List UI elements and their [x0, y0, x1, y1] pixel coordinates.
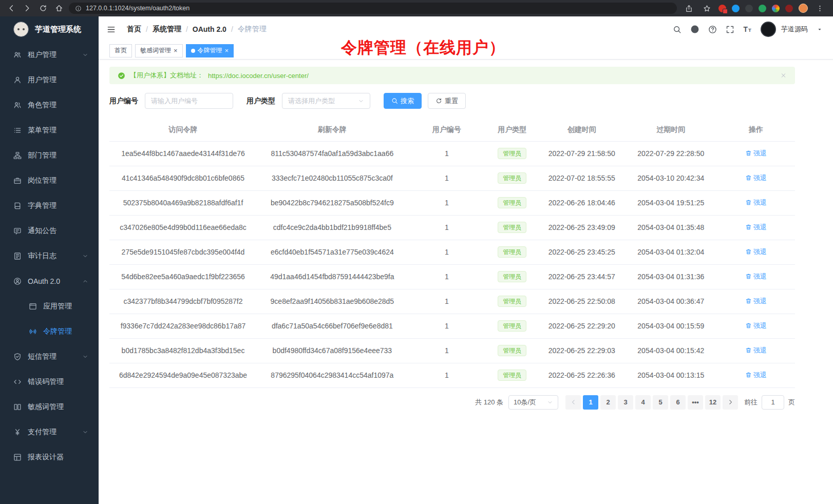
extension-icon[interactable]: [785, 5, 793, 12]
user-type-select[interactable]: 请选择用户类型: [282, 93, 370, 109]
search-icon[interactable]: [673, 25, 681, 34]
extension-icon[interactable]: [732, 5, 740, 12]
page-size-select[interactable]: 10条/页: [508, 395, 558, 410]
pager-more-button[interactable]: •••: [688, 395, 703, 410]
next-page-button[interactable]: [723, 395, 738, 410]
share-icon[interactable]: [683, 2, 695, 14]
pager-page-12[interactable]: 12: [705, 395, 721, 410]
browser-toolbar-right: [680, 2, 828, 14]
sidebar-item-report-designer[interactable]: 报表设计器: [0, 444, 99, 470]
github-icon[interactable]: [690, 25, 699, 34]
extension-icon[interactable]: [745, 5, 753, 12]
main-area: 令牌管理（在线用户） 首页/系统管理/OAuth 2.0/令牌管理 TT 芋道源…: [99, 16, 833, 504]
sidebar-item-pay[interactable]: 支付管理: [0, 419, 99, 444]
force-logout-button[interactable]: 强退: [745, 149, 767, 158]
pager-page-6[interactable]: 6: [670, 395, 686, 410]
sidebar-item-oauth2[interactable]: OAuth 2.0: [0, 268, 99, 294]
breadcrumb-item[interactable]: 首页: [127, 25, 141, 34]
sidebar-item-notice[interactable]: 通知公告: [0, 218, 99, 243]
sidebar-item-post[interactable]: 岗位管理: [0, 168, 99, 193]
browser-menu-icon[interactable]: [813, 2, 826, 14]
pager-page-1[interactable]: 1: [583, 395, 598, 410]
force-logout-button[interactable]: 强退: [745, 297, 767, 306]
bookmark-star-icon[interactable]: [701, 2, 713, 14]
app-logo[interactable]: 芋道管理系统: [0, 16, 99, 42]
force-logout-button[interactable]: 强退: [745, 223, 767, 232]
access-token-cell: 1ea5e44f8bc1467aaede43144f31de76: [109, 141, 257, 166]
user-id-input[interactable]: [145, 93, 233, 109]
expire-time-cell: 2054-03-04 19:51:25: [625, 190, 717, 215]
site-info-icon[interactable]: [75, 5, 82, 12]
extension-icon[interactable]: [772, 5, 780, 12]
svg-text:T: T: [744, 25, 748, 33]
sidebar-item-role[interactable]: 角色管理: [0, 92, 99, 118]
prev-page-button[interactable]: [565, 395, 581, 410]
extension-icon[interactable]: [718, 5, 726, 12]
force-logout-button[interactable]: 强退: [745, 346, 767, 355]
expire-time-cell: 2054-03-04 00:15:42: [625, 338, 717, 363]
sidebar-item-audit-log[interactable]: 审计日志: [0, 243, 99, 268]
doc-link[interactable]: https://doc.iocoder.cn/user-center/: [208, 72, 309, 80]
force-logout-button[interactable]: 强退: [745, 198, 767, 207]
tab-close-icon[interactable]: ×: [174, 47, 178, 54]
back-button[interactable]: [5, 2, 17, 14]
sidebar-item-tenant[interactable]: 租户管理: [0, 42, 99, 67]
tab-label: 令牌管理: [198, 46, 222, 55]
tab-home[interactable]: 首页: [109, 44, 132, 57]
sidebar-item-label: 岗位管理: [28, 176, 88, 185]
forward-button[interactable]: [21, 2, 33, 14]
tab-close-icon[interactable]: ×: [225, 47, 229, 54]
pager-page-5[interactable]: 5: [653, 395, 668, 410]
search-button[interactable]: 搜索: [384, 93, 422, 109]
page-size-value: 10条/页: [514, 398, 536, 407]
sidebar-item-oauth2-application[interactable]: 应用管理: [0, 294, 99, 319]
sidebar-item-sms[interactable]: 短信管理: [0, 344, 99, 369]
sidebar-item-user[interactable]: 用户管理: [0, 67, 99, 92]
column-header: 操作: [717, 119, 795, 141]
fullscreen-icon[interactable]: [726, 25, 734, 34]
extension-icon[interactable]: [759, 5, 766, 12]
navbar-right: TT 芋道源码: [673, 22, 823, 37]
browser-profile-avatar[interactable]: [799, 4, 808, 13]
help-icon[interactable]: [708, 25, 717, 34]
alert-close-icon[interactable]: [780, 72, 787, 79]
sidebar-item-label: 报表设计器: [28, 453, 88, 462]
sidebar-item-dept[interactable]: 部门管理: [0, 143, 99, 168]
expire-time-cell: 2054-03-10 20:42:34: [625, 166, 717, 190]
force-logout-button[interactable]: 强退: [745, 272, 767, 281]
sidebar-item-oauth2-token[interactable]: 令牌管理: [0, 319, 99, 344]
dept-icon: [13, 151, 22, 160]
force-logout-button[interactable]: 强退: [745, 321, 767, 331]
pager-page-4[interactable]: 4: [635, 395, 651, 410]
home-button[interactable]: [53, 2, 65, 14]
breadcrumb-item[interactable]: 系统管理: [153, 25, 181, 34]
sidebar-item-menu[interactable]: 菜单管理: [0, 118, 99, 143]
collapse-sidebar-icon[interactable]: [107, 25, 116, 34]
user-dropdown-caret-icon[interactable]: [817, 26, 823, 32]
sidebar-item-label: OAuth 2.0: [28, 277, 82, 285]
user-name[interactable]: 芋道源码: [781, 25, 808, 34]
force-logout-button[interactable]: 强退: [745, 173, 767, 183]
reset-button[interactable]: 重置: [428, 93, 466, 109]
sidebar-item-dict[interactable]: 字典管理: [0, 193, 99, 218]
sidebar-item-error-code[interactable]: 错误码管理: [0, 369, 99, 394]
browser-chrome: 127.0.0.1:1024/system/oauth2/token: [0, 0, 833, 16]
user-type-cell: 管理员: [486, 289, 539, 314]
tab-oauth2-token[interactable]: 令牌管理×: [186, 44, 234, 57]
breadcrumb-item[interactable]: OAuth 2.0: [193, 25, 226, 33]
user-type-badge: 管理员: [498, 296, 526, 307]
force-logout-button[interactable]: 强退: [745, 371, 767, 380]
sidebar-item-sensitive-word[interactable]: 敏感词管理: [0, 394, 99, 419]
pager-page-2[interactable]: 2: [600, 395, 616, 410]
url-text: 127.0.0.1:1024/system/oauth2/token: [86, 5, 190, 12]
tab-sensitive-word[interactable]: 敏感词管理×: [135, 44, 183, 57]
sidebar-item-label: 支付管理: [28, 428, 82, 437]
pager-page-3[interactable]: 3: [618, 395, 633, 410]
address-bar[interactable]: 127.0.0.1:1024/system/oauth2/token: [69, 3, 677, 14]
font-size-icon[interactable]: TT: [743, 25, 752, 34]
user-avatar[interactable]: [761, 22, 776, 37]
goto-page-input[interactable]: [762, 395, 784, 410]
user-type-cell: 管理员: [486, 166, 539, 190]
force-logout-button[interactable]: 强退: [745, 247, 767, 257]
refresh-button[interactable]: [37, 2, 49, 14]
